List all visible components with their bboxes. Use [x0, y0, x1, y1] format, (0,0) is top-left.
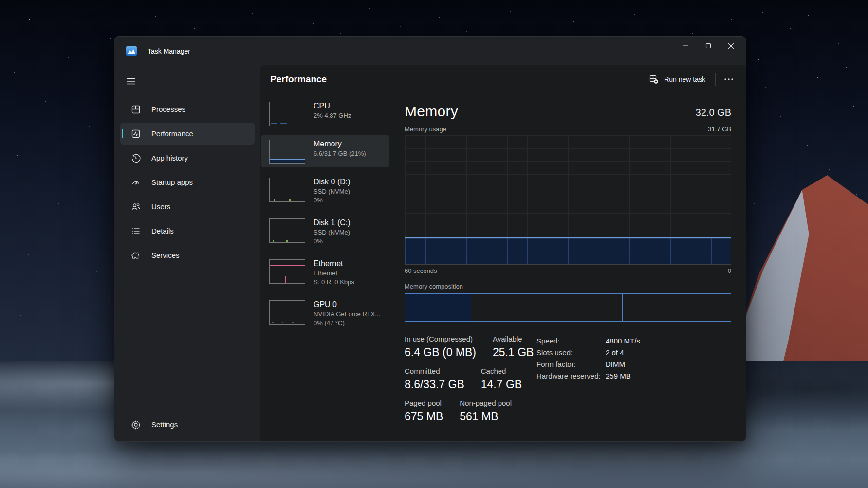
ethernet-mini-line: [270, 265, 305, 266]
memory-usage-fill: [405, 237, 731, 264]
task-manager-app-icon: [126, 46, 137, 56]
memory-mini-fill: [270, 159, 305, 163]
ethernet-mini-graph: [269, 259, 305, 284]
gpu-mini-activity: [272, 322, 297, 323]
startup-apps-icon: [131, 178, 141, 187]
sidebar-item-settings[interactable]: Settings: [120, 414, 255, 435]
hamburger-icon: [127, 78, 135, 85]
ethernet-mini-spike: [285, 276, 286, 283]
maximize-icon: [705, 43, 711, 49]
services-icon: [131, 251, 141, 260]
sidebar-nav: Processes Performance App history: [120, 98, 255, 266]
maximize-button[interactable]: [697, 37, 720, 54]
titlebar[interactable]: Task Manager: [114, 37, 746, 65]
perf-item-stat: 2% 4.87 GHz: [314, 111, 351, 120]
close-button[interactable]: [720, 37, 742, 54]
perf-item-stat: 0% (47 °C): [314, 319, 380, 327]
details-icon: [131, 226, 141, 236]
app-history-icon: [131, 153, 141, 163]
performance-icon: [131, 129, 141, 139]
performance-panel: Performance Run new task: [260, 65, 746, 441]
minimize-icon: [683, 43, 689, 49]
graph-time-left: 60 seconds: [405, 267, 437, 274]
perf-item-stat: 0%: [314, 196, 351, 205]
detail-speed: Speed: 4800 MT/s: [536, 335, 640, 347]
sidebar-item-users[interactable]: Users: [120, 196, 255, 217]
selected-accent-bar: [122, 129, 123, 138]
perf-item-name: GPU 0: [314, 299, 380, 310]
perf-item-cpu[interactable]: CPU 2% 4.87 GHz: [261, 97, 389, 129]
memory-mini-graph: [269, 140, 305, 164]
run-new-task-icon: [649, 75, 659, 84]
perf-item-type: SSD (NVMe): [314, 228, 351, 237]
hamburger-menu-button[interactable]: [121, 73, 141, 90]
gpu-mini-graph: [269, 300, 305, 325]
more-options-icon: [724, 78, 733, 80]
memory-detail-pane: Memory 32.0 GB Memory usage 31.7 GB 60 s…: [405, 96, 731, 431]
sidebar-item-label: Settings: [151, 420, 178, 429]
sidebar-item-startup-apps[interactable]: Startup apps: [120, 171, 255, 193]
sidebar-item-services[interactable]: Services: [120, 244, 255, 266]
memory-stats: In use (Compressed) 6.4 GB (0 MB) Availa…: [405, 334, 731, 424]
composition-in-use-segment: [405, 294, 471, 321]
task-manager-window: Task Manager: [114, 36, 746, 442]
panel-header: Performance Run new task: [260, 65, 746, 93]
perf-item-memory[interactable]: Memory 6.6/31.7 GB (21%): [261, 135, 389, 167]
disk1-mini-graph: [269, 218, 305, 243]
disk-activity-tick: [286, 240, 288, 242]
desktop: Task Manager: [0, 0, 868, 488]
perf-item-name: Disk 1 (C:): [314, 217, 351, 228]
perf-item-type: Ethernet: [314, 269, 354, 278]
perf-item-stat: 6.6/31.7 GB (21%): [314, 149, 366, 158]
perf-item-disk1[interactable]: Disk 1 (C:) SSD (NVMe) 0%: [261, 214, 389, 249]
perf-item-type: SSD (NVMe): [314, 187, 351, 196]
memory-composition-label: Memory composition: [405, 283, 731, 290]
run-new-task-label: Run new task: [664, 75, 705, 83]
minimize-button[interactable]: [675, 37, 697, 54]
wallpaper-stars: [0, 0, 1, 1]
cpu-mini-line: [271, 123, 287, 124]
header-actions: Run new task: [643, 65, 739, 93]
stat-in-use: In use (Compressed) 6.4 GB (0 MB): [405, 334, 476, 360]
header-divider: [715, 73, 716, 86]
disk-activity-tick: [274, 199, 275, 201]
sidebar-item-label: App history: [151, 154, 188, 162]
run-new-task-button[interactable]: Run new task: [643, 70, 712, 89]
more-options-button[interactable]: [719, 70, 739, 89]
window-title: Task Manager: [148, 47, 190, 55]
disk0-mini-graph: [269, 178, 305, 202]
disk-activity-tick: [273, 240, 274, 242]
perf-item-name: Disk 0 (D:): [314, 177, 351, 187]
settings-gear-icon: [131, 420, 141, 430]
sidebar-item-label: Details: [151, 227, 174, 235]
sidebar-item-processes[interactable]: Processes: [120, 98, 255, 120]
page-title: Performance: [270, 74, 327, 85]
perf-item-gpu0[interactable]: GPU 0 NVIDIA GeForce RTX... 0% (47 °C): [261, 296, 389, 331]
window-controls: [675, 37, 742, 54]
sidebar-item-label: Services: [151, 251, 180, 259]
perf-item-disk0[interactable]: Disk 0 (D:) SSD (NVMe) 0%: [261, 173, 389, 208]
composition-free-segment: [623, 294, 731, 321]
close-icon: [728, 43, 734, 49]
perf-item-name: CPU: [314, 101, 351, 111]
sidebar-item-details[interactable]: Details: [120, 220, 255, 242]
sidebar-item-app-history[interactable]: App history: [120, 147, 255, 169]
detail-slots-used: Slots used: 2 of 4: [536, 347, 640, 359]
detail-hardware-reserved: Hardware reserved: 259 MB: [536, 370, 640, 382]
memory-scale-max: 31.7 GB: [708, 126, 731, 133]
sidebar-item-label: Users: [151, 202, 170, 211]
perf-item-stat: S: 0 R: 0 Kbps: [314, 278, 354, 287]
stat-paged-pool: Paged pool 675 MB: [405, 398, 443, 424]
users-icon: [131, 202, 141, 212]
perf-item-name: Ethernet: [314, 258, 354, 269]
perf-item-ethernet[interactable]: Ethernet Ethernet S: 0 R: 0 Kbps: [261, 255, 389, 290]
sidebar-item-label: Startup apps: [151, 178, 193, 186]
memory-hardware-details: Speed: 4800 MT/s Slots used: 2 of 4 Form…: [536, 335, 640, 382]
processes-icon: [131, 105, 141, 114]
perf-item-name: Memory: [314, 139, 366, 149]
sidebar: Processes Performance App history: [114, 65, 260, 441]
sidebar-item-performance[interactable]: Performance: [120, 123, 255, 145]
memory-composition-bar: [405, 293, 731, 322]
perf-item-stat: 0%: [314, 237, 351, 246]
sidebar-item-label: Performance: [151, 129, 193, 138]
